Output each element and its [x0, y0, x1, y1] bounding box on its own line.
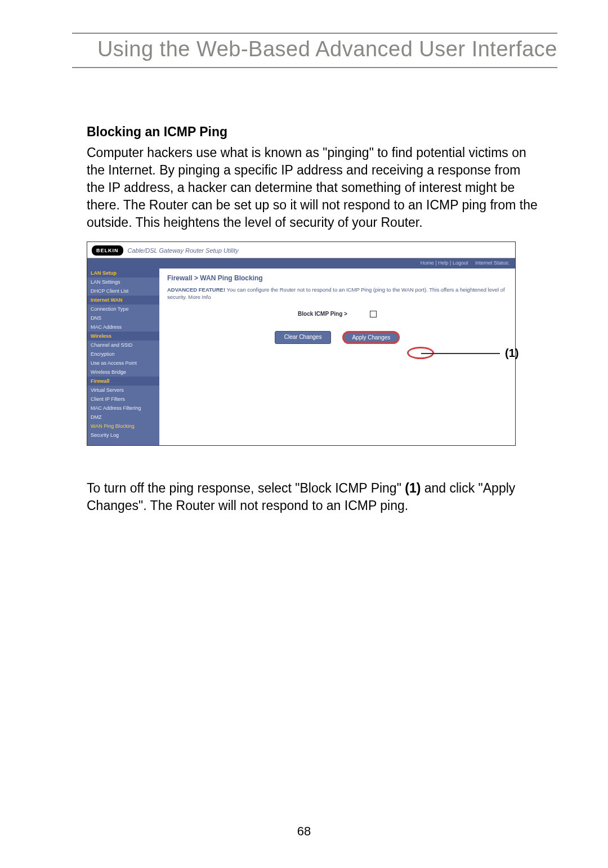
- sidebar-item[interactable]: Channel and SSID: [87, 341, 159, 350]
- page-number: 68: [0, 824, 608, 839]
- sidebar-item[interactable]: DMZ: [87, 413, 159, 422]
- sidebar-item[interactable]: Connection Type: [87, 305, 159, 314]
- block-icmp-checkbox[interactable]: [370, 311, 377, 317]
- page-title: Using the Web-Based Advanced User Interf…: [72, 37, 557, 61]
- section-title: Blocking an ICMP Ping: [87, 124, 540, 140]
- topbar-links[interactable]: Home | Help | Logout: [421, 260, 468, 266]
- sidebar-item[interactable]: MAC Address: [87, 323, 159, 332]
- ui-header: BELKIN Cable/DSL Gateway Router Setup Ut…: [87, 242, 515, 258]
- clear-changes-button[interactable]: Clear Changes: [275, 331, 332, 344]
- sidebar-head-wireless: Wireless: [87, 332, 159, 341]
- sidebar-item[interactable]: Use as Access Point: [87, 359, 159, 368]
- apply-changes-button[interactable]: Apply Changes: [342, 331, 400, 344]
- feature-description: ADVANCED FEATURE! You can configure the …: [167, 287, 507, 301]
- sidebar-item[interactable]: MAC Address Filtering: [87, 404, 159, 413]
- intro-paragraph: Computer hackers use what is known as "p…: [87, 144, 540, 231]
- checkbox-row: Block ICMP Ping >: [167, 311, 507, 317]
- router-ui-screenshot: BELKIN Cable/DSL Gateway Router Setup Ut…: [87, 241, 516, 446]
- block-icmp-label: Block ICMP Ping >: [298, 311, 347, 317]
- sidebar-head-firewall: Firewall: [87, 377, 159, 386]
- main-panel: Firewall > WAN Ping Blocking ADVANCED FE…: [159, 269, 515, 445]
- annotation-line-icon: [421, 353, 500, 354]
- page-header: Using the Web-Based Advanced User Interf…: [72, 33, 557, 68]
- sidebar-item[interactable]: DHCP Client List: [87, 287, 159, 296]
- button-row: Clear Changes Apply Changes: [167, 331, 507, 344]
- sidebar-head-lan: LAN Setup: [87, 269, 159, 278]
- sidebar-item[interactable]: Wireless Bridge: [87, 368, 159, 377]
- ui-body: LAN Setup LAN Settings DHCP Client List …: [87, 269, 515, 445]
- sidebar-item-active[interactable]: WAN Ping Blocking: [87, 422, 159, 431]
- sidebar-item[interactable]: Security Log: [87, 431, 159, 440]
- topbar-status: Internet Status:: [475, 260, 509, 266]
- content-area: Blocking an ICMP Ping Computer hackers u…: [87, 124, 540, 514]
- ui-topbar: Home | Help | Logout Internet Status:: [87, 258, 515, 269]
- instruction-paragraph: To turn off the ping response, select "B…: [87, 480, 540, 514]
- sidebar: LAN Setup LAN Settings DHCP Client List …: [87, 269, 159, 445]
- utility-title: Cable/DSL Gateway Router Setup Utility: [128, 247, 239, 254]
- sidebar-item[interactable]: LAN Settings: [87, 278, 159, 287]
- feature-lead: ADVANCED FEATURE!: [167, 287, 225, 293]
- sidebar-item[interactable]: DNS: [87, 314, 159, 323]
- sidebar-item[interactable]: Encryption: [87, 350, 159, 359]
- sidebar-item[interactable]: Virtual Servers: [87, 386, 159, 395]
- sidebar-item[interactable]: Client IP Filters: [87, 395, 159, 404]
- breadcrumb: Firewall > WAN Ping Blocking: [167, 274, 507, 282]
- belkin-logo: BELKIN: [92, 245, 123, 256]
- sidebar-head-wan: Internet WAN: [87, 296, 159, 305]
- annotation-label: (1): [505, 347, 518, 360]
